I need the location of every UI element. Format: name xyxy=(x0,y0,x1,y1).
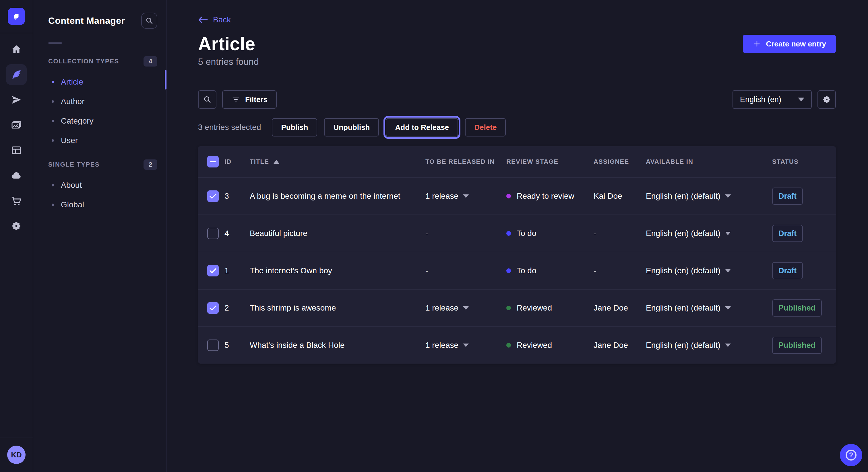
add-to-release-button[interactable]: Add to Release xyxy=(386,118,458,136)
cell-review-stage: Reviewed xyxy=(506,303,594,312)
bullet-icon xyxy=(52,100,54,103)
column-header-release[interactable]: TO BE RELEASED IN xyxy=(425,158,506,165)
section-count-badge: 2 xyxy=(144,160,157,170)
table-row[interactable]: 3 A bug is becoming a meme on the intern… xyxy=(198,177,836,214)
help-button[interactable]: ? xyxy=(840,444,862,466)
filters-button[interactable]: Filters xyxy=(222,90,277,109)
search-icon xyxy=(203,95,212,104)
sidebar-item-category[interactable]: Category xyxy=(33,111,166,131)
settings-gear-icon[interactable] xyxy=(6,216,27,236)
content-manager-icon[interactable] xyxy=(6,64,27,85)
cell-release[interactable]: 1 release xyxy=(425,192,506,201)
locale-select[interactable]: English (en) xyxy=(733,90,812,109)
table-row[interactable]: 2 This shrimp is awesome 1 release Revie… xyxy=(198,289,836,326)
chevron-down-icon xyxy=(725,194,731,198)
row-checkbox[interactable] xyxy=(207,265,219,276)
column-header-review-stage[interactable]: REVIEW STAGE xyxy=(506,158,594,165)
cell-release: - xyxy=(425,229,506,238)
cell-assignee: - xyxy=(594,266,646,275)
cell-release[interactable]: 1 release xyxy=(425,303,506,312)
publish-button[interactable]: Publish xyxy=(272,118,317,136)
chevron-down-icon xyxy=(463,343,469,347)
section-label: COLLECTION TYPES xyxy=(48,58,119,65)
section-count-badge: 4 xyxy=(144,56,157,67)
sidebar-item-article[interactable]: Article xyxy=(33,72,166,92)
sidebar-item-author[interactable]: Author xyxy=(33,92,166,111)
rail-nav-items xyxy=(6,39,27,236)
status-badge: Published xyxy=(772,299,822,316)
sidebar-item-label: Global xyxy=(61,200,84,209)
cell-available-in[interactable]: English (en) (default) xyxy=(646,341,772,350)
cell-id: 1 xyxy=(224,266,250,275)
filter-icon xyxy=(231,95,241,104)
bullet-icon xyxy=(52,204,54,206)
subnav-search-button[interactable] xyxy=(141,12,157,29)
select-all-checkbox[interactable] xyxy=(207,156,219,167)
column-header-label: TITLE xyxy=(250,158,269,165)
list-toolbar: Filters English (en) xyxy=(198,90,836,109)
cell-available-in[interactable]: English (en) (default) xyxy=(646,192,772,201)
cell-review-stage: To do xyxy=(506,229,594,238)
chevron-down-icon xyxy=(725,306,731,310)
column-header-status[interactable]: STATUS xyxy=(772,158,836,165)
view-settings-button[interactable] xyxy=(817,90,836,109)
row-checkbox[interactable] xyxy=(207,339,219,351)
media-library-icon[interactable] xyxy=(6,115,27,135)
sidebar-item-about[interactable]: About xyxy=(33,175,166,195)
create-new-entry-button[interactable]: Create new entry xyxy=(743,35,836,53)
create-new-entry-label: Create new entry xyxy=(766,40,826,48)
column-header-assignee[interactable]: ASSIGNEE xyxy=(594,158,646,165)
content-manager-subnav: Content Manager COLLECTION TYPES 4 Artic… xyxy=(33,0,167,472)
row-checkbox[interactable] xyxy=(207,191,219,202)
user-avatar[interactable]: KD xyxy=(7,446,26,464)
subnav-divider xyxy=(48,42,62,43)
subnav-title: Content Manager xyxy=(48,15,125,26)
table-header-row: ID TITLE TO BE RELEASED IN REVIEW STAGE … xyxy=(198,146,836,177)
subnav-scrollbar-thumb[interactable] xyxy=(165,70,166,90)
row-checkbox[interactable] xyxy=(207,228,219,239)
chevron-down-icon xyxy=(725,343,731,347)
status-badge: Draft xyxy=(772,262,803,279)
column-header-id[interactable]: ID xyxy=(224,158,250,165)
column-header-title[interactable]: TITLE xyxy=(250,158,425,165)
table-row[interactable]: 4 Beautiful picture - To do - English (e… xyxy=(198,214,836,252)
bulk-actions-bar: 3 entries selected Publish Unpublish Add… xyxy=(198,118,836,136)
content-type-builder-icon[interactable] xyxy=(6,140,27,161)
entries-table: ID TITLE TO BE RELEASED IN REVIEW STAGE … xyxy=(198,146,836,364)
cell-available-in[interactable]: English (en) (default) xyxy=(646,229,772,238)
table-row[interactable]: 5 What's inside a Black Hole 1 release R… xyxy=(198,326,836,364)
sidebar-item-global[interactable]: Global xyxy=(33,195,166,214)
table-row[interactable]: 1 The internet's Own boy - To do - Engli… xyxy=(198,252,836,289)
unpublish-button[interactable]: Unpublish xyxy=(324,118,379,136)
cell-review-stage: Ready to review xyxy=(506,192,594,201)
chevron-down-icon xyxy=(463,306,469,310)
rail-user-area: KD xyxy=(0,438,33,472)
cell-title: Beautiful picture xyxy=(250,229,425,238)
cell-review-stage: To do xyxy=(506,266,594,275)
gear-icon xyxy=(822,95,832,104)
single-types-section: SINGLE TYPES 2 About Global xyxy=(33,160,166,214)
back-link[interactable]: Back xyxy=(198,15,231,24)
sidebar-item-user[interactable]: User xyxy=(33,131,166,150)
cloud-icon[interactable] xyxy=(6,165,27,186)
row-checkbox[interactable] xyxy=(207,302,219,314)
cell-release[interactable]: 1 release xyxy=(425,341,506,350)
cell-available-in[interactable]: English (en) (default) xyxy=(646,266,772,275)
strapi-logo-icon[interactable] xyxy=(8,8,25,25)
delete-button[interactable]: Delete xyxy=(465,118,506,136)
cell-assignee: - xyxy=(594,229,646,238)
stage-dot xyxy=(506,194,511,198)
cell-available-in[interactable]: English (en) (default) xyxy=(646,303,772,312)
releases-icon[interactable] xyxy=(6,90,27,110)
marketplace-cart-icon[interactable] xyxy=(6,191,27,211)
bullet-icon xyxy=(52,81,54,83)
chevron-down-icon xyxy=(798,98,804,102)
search-button[interactable] xyxy=(198,90,216,109)
sidebar-item-label: About xyxy=(61,181,82,190)
cell-assignee: Kai Doe xyxy=(594,192,646,201)
cell-release: - xyxy=(425,266,506,275)
main-content: Back Article Create new entry 5 entries … xyxy=(167,0,868,472)
home-icon[interactable] xyxy=(6,39,27,60)
column-header-available-in[interactable]: AVAILABLE IN xyxy=(646,158,772,165)
cell-assignee: Jane Doe xyxy=(594,341,646,350)
